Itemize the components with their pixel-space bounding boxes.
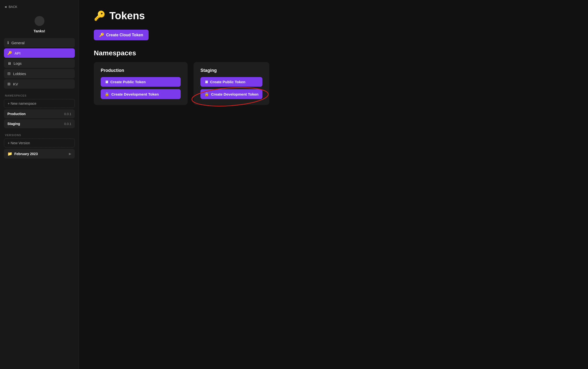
staging-create-dev-token-button[interactable]: 🔒 Create Development Token: [200, 89, 262, 99]
production-create-public-token-button[interactable]: 🖥 Create Public Token: [101, 77, 181, 87]
sidebar-namespace-staging[interactable]: Staging 0.0.1: [4, 119, 75, 128]
back-arrow-icon: ◄: [4, 5, 7, 9]
staging-create-public-token-button[interactable]: 🖥 Create Public Token: [200, 77, 262, 87]
app-identity: 🎮 Tanks!: [4, 15, 75, 33]
sidebar-item-label-kv: KV: [13, 82, 18, 86]
lobbies-icon: ⊟: [7, 71, 11, 76]
new-namespace-button[interactable]: + New namespace: [4, 99, 75, 108]
version-name: February 2023: [14, 152, 38, 156]
new-namespace-label: + New namespace: [8, 102, 36, 105]
versions-section-label: VERSIONS: [5, 134, 75, 137]
namespace-name-production: Production: [7, 112, 26, 116]
staging-dev-token-lock-icon: 🔒: [204, 92, 209, 96]
cloud-key-icon: 🔑: [99, 33, 104, 37]
sidebar-version-feb2023[interactable]: 📁 February 2023 ▶: [4, 149, 75, 159]
page-header: 🔑 Tokens: [94, 10, 573, 22]
svg-point-0: [35, 16, 44, 26]
namespace-card-staging: Staging 🖥 Create Public Token 🔒 Create D…: [194, 62, 269, 105]
sidebar-item-lobbies[interactable]: ⊟ Lobbies: [4, 69, 75, 78]
logs-icon: 🖥: [7, 61, 11, 65]
sidebar: ◄ BACK 🎮 Tanks! ℹ General 🔑 API 🖥 Logs ⊟…: [0, 0, 79, 369]
sidebar-item-logs[interactable]: 🖥 Logs: [4, 59, 75, 68]
tokens-key-icon: 🔑: [94, 10, 105, 21]
app-name: Tanks!: [34, 29, 45, 33]
staging-public-token-label: Create Public Token: [210, 80, 245, 84]
new-version-label: + New Version: [8, 141, 30, 145]
sidebar-item-label-general: General: [11, 41, 24, 45]
sidebar-item-general[interactable]: ℹ General: [4, 38, 75, 47]
sidebar-namespace-production[interactable]: Production 0.0.1: [4, 109, 75, 118]
sidebar-item-label-logs: Logs: [14, 61, 22, 65]
create-cloud-token-button[interactable]: 🔑 Create Cloud Token: [94, 30, 149, 40]
staging-card-wrapper: Staging 🖥 Create Public Token 🔒 Create D…: [194, 62, 269, 105]
kv-icon: ⊞: [7, 82, 11, 86]
namespaces-section-title: Namespaces: [94, 49, 573, 57]
chevron-right-icon: ▶: [69, 152, 71, 156]
namespace-name-staging: Staging: [7, 122, 20, 126]
back-label: BACK: [9, 5, 17, 9]
general-icon: ℹ: [7, 41, 9, 45]
namespaces-section-label: NAMESPACES: [5, 94, 75, 97]
public-token-icon: 🖥: [105, 80, 108, 84]
production-create-dev-token-button[interactable]: 🔒 Create Development Token: [101, 89, 181, 99]
main-content: 🔑 Tokens 🔑 Create Cloud Token Namespaces…: [79, 0, 588, 369]
staging-public-token-icon: 🖥: [204, 80, 208, 84]
new-version-button[interactable]: + New Version: [4, 139, 75, 147]
namespace-version-production: 0.0.1: [64, 112, 71, 116]
sidebar-item-kv[interactable]: ⊞ KV: [4, 79, 75, 89]
card-title-production: Production: [101, 68, 181, 73]
sidebar-item-label-lobbies: Lobbies: [13, 72, 26, 76]
app-icon: 🎮: [33, 15, 46, 27]
namespaces-grid: Production 🖥 Create Public Token 🔒 Creat…: [94, 62, 573, 105]
namespace-card-production: Production 🖥 Create Public Token 🔒 Creat…: [94, 62, 188, 105]
sidebar-nav: ℹ General 🔑 API 🖥 Logs ⊟ Lobbies ⊞ KV: [4, 38, 75, 90]
staging-dev-token-label: Create Development Token: [211, 92, 258, 96]
dev-token-lock-icon: 🔒: [105, 92, 109, 96]
api-key-icon: 🔑: [7, 51, 12, 55]
folder-icon: 📁: [7, 151, 12, 156]
sidebar-item-api[interactable]: 🔑 API: [4, 48, 75, 58]
page-title: Tokens: [109, 10, 145, 22]
create-cloud-token-label: Create Cloud Token: [106, 33, 143, 37]
sidebar-item-label-api: API: [15, 51, 20, 55]
back-button[interactable]: ◄ BACK: [4, 5, 75, 9]
namespace-version-staging: 0.0.1: [64, 122, 71, 126]
production-public-token-label: Create Public Token: [110, 80, 146, 84]
production-dev-token-label: Create Development Token: [111, 92, 159, 96]
card-title-staging: Staging: [200, 68, 262, 73]
